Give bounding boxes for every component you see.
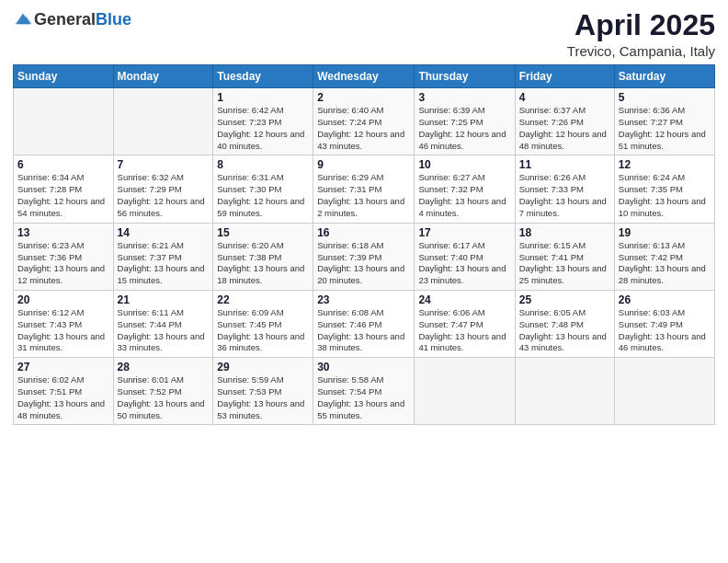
calendar-week-row: 6Sunrise: 6:34 AMSunset: 7:28 PMDaylight… xyxy=(14,155,715,223)
day-detail: Sunrise: 6:40 AMSunset: 7:24 PMDaylight:… xyxy=(317,105,410,152)
calendar-cell: 8Sunrise: 6:31 AMSunset: 7:30 PMDaylight… xyxy=(213,155,313,223)
calendar-col-header: Monday xyxy=(113,65,213,88)
day-detail: Sunrise: 6:29 AMSunset: 7:31 PMDaylight:… xyxy=(317,172,410,219)
logo-blue: Blue xyxy=(96,10,131,29)
calendar-cell: 25Sunrise: 6:05 AMSunset: 7:48 PMDayligh… xyxy=(515,290,614,357)
calendar-col-header: Saturday xyxy=(614,65,714,88)
day-number: 3 xyxy=(418,91,510,104)
calendar-cell: 15Sunrise: 6:20 AMSunset: 7:38 PMDayligh… xyxy=(213,223,313,290)
calendar-cell xyxy=(415,358,515,425)
calendar-col-header: Sunday xyxy=(14,65,114,88)
logo-general: General xyxy=(34,10,96,29)
day-detail: Sunrise: 6:12 AMSunset: 7:43 PMDaylight:… xyxy=(17,307,109,354)
day-detail: Sunrise: 5:59 AMSunset: 7:53 PMDaylight:… xyxy=(217,374,309,421)
day-number: 26 xyxy=(619,293,711,306)
day-detail: Sunrise: 6:42 AMSunset: 7:23 PMDaylight:… xyxy=(217,105,309,152)
day-number: 12 xyxy=(619,158,711,171)
day-number: 19 xyxy=(619,226,711,239)
day-number: 14 xyxy=(118,226,210,239)
calendar-cell: 9Sunrise: 6:29 AMSunset: 7:31 PMDaylight… xyxy=(313,155,415,223)
calendar-cell: 4Sunrise: 6:37 AMSunset: 7:26 PMDaylight… xyxy=(515,88,614,155)
day-number: 25 xyxy=(519,293,610,306)
day-number: 8 xyxy=(217,158,309,171)
day-detail: Sunrise: 6:17 AMSunset: 7:40 PMDaylight:… xyxy=(418,240,510,287)
day-number: 24 xyxy=(418,293,510,306)
header: GeneralBlue April 2025 Trevico, Campania… xyxy=(13,9,715,59)
day-detail: Sunrise: 6:39 AMSunset: 7:25 PMDaylight:… xyxy=(418,105,510,152)
calendar-cell: 26Sunrise: 6:03 AMSunset: 7:49 PMDayligh… xyxy=(614,290,714,357)
day-number: 18 xyxy=(519,226,610,239)
day-number: 20 xyxy=(17,293,109,306)
day-number: 2 xyxy=(317,91,410,104)
day-number: 16 xyxy=(317,226,410,239)
page: GeneralBlue April 2025 Trevico, Campania… xyxy=(0,0,728,563)
calendar-cell: 14Sunrise: 6:21 AMSunset: 7:37 PMDayligh… xyxy=(113,223,213,290)
day-number: 7 xyxy=(118,158,210,171)
day-detail: Sunrise: 6:01 AMSunset: 7:52 PMDaylight:… xyxy=(118,374,210,421)
title-block: April 2025 Trevico, Campania, Italy xyxy=(567,9,715,59)
calendar-cell: 22Sunrise: 6:09 AMSunset: 7:45 PMDayligh… xyxy=(213,290,313,357)
day-detail: Sunrise: 6:27 AMSunset: 7:32 PMDaylight:… xyxy=(418,172,510,219)
calendar-cell: 17Sunrise: 6:17 AMSunset: 7:40 PMDayligh… xyxy=(415,223,515,290)
day-detail: Sunrise: 6:24 AMSunset: 7:35 PMDaylight:… xyxy=(619,172,711,219)
day-detail: Sunrise: 6:06 AMSunset: 7:47 PMDaylight:… xyxy=(418,307,510,354)
day-number: 15 xyxy=(217,226,309,239)
calendar-cell: 7Sunrise: 6:32 AMSunset: 7:29 PMDaylight… xyxy=(113,155,213,223)
day-detail: Sunrise: 6:13 AMSunset: 7:42 PMDaylight:… xyxy=(619,240,711,287)
logo-text: GeneralBlue xyxy=(34,10,131,29)
day-number: 10 xyxy=(418,158,510,171)
day-detail: Sunrise: 6:02 AMSunset: 7:51 PMDaylight:… xyxy=(17,374,109,421)
day-detail: Sunrise: 6:36 AMSunset: 7:27 PMDaylight:… xyxy=(619,105,711,152)
calendar-cell: 19Sunrise: 6:13 AMSunset: 7:42 PMDayligh… xyxy=(614,223,714,290)
calendar-cell: 28Sunrise: 6:01 AMSunset: 7:52 PMDayligh… xyxy=(113,358,213,425)
calendar-col-header: Tuesday xyxy=(213,65,313,88)
calendar-cell: 16Sunrise: 6:18 AMSunset: 7:39 PMDayligh… xyxy=(313,223,415,290)
calendar-col-header: Thursday xyxy=(415,65,515,88)
day-detail: Sunrise: 6:34 AMSunset: 7:28 PMDaylight:… xyxy=(17,172,109,219)
day-number: 29 xyxy=(217,361,309,373)
calendar-cell xyxy=(515,358,614,425)
day-number: 1 xyxy=(217,91,309,104)
day-number: 17 xyxy=(418,226,510,239)
calendar-week-row: 13Sunrise: 6:23 AMSunset: 7:36 PMDayligh… xyxy=(14,223,715,290)
calendar-cell: 2Sunrise: 6:40 AMSunset: 7:24 PMDaylight… xyxy=(313,88,415,155)
calendar-cell xyxy=(614,358,714,425)
calendar-cell xyxy=(113,88,213,155)
day-detail: Sunrise: 6:03 AMSunset: 7:49 PMDaylight:… xyxy=(619,307,711,354)
calendar-cell: 21Sunrise: 6:11 AMSunset: 7:44 PMDayligh… xyxy=(113,290,213,357)
day-number: 11 xyxy=(519,158,610,171)
logo: GeneralBlue xyxy=(13,9,131,29)
day-number: 23 xyxy=(317,293,410,306)
calendar-col-header: Wednesday xyxy=(313,65,415,88)
day-detail: Sunrise: 6:21 AMSunset: 7:37 PMDaylight:… xyxy=(118,240,210,287)
calendar-cell: 29Sunrise: 5:59 AMSunset: 7:53 PMDayligh… xyxy=(213,358,313,425)
day-number: 21 xyxy=(118,293,210,306)
day-detail: Sunrise: 6:31 AMSunset: 7:30 PMDaylight:… xyxy=(217,172,309,219)
day-number: 28 xyxy=(118,361,210,373)
calendar-cell: 11Sunrise: 6:26 AMSunset: 7:33 PMDayligh… xyxy=(515,155,614,223)
calendar-table: SundayMondayTuesdayWednesdayThursdayFrid… xyxy=(13,64,715,425)
day-number: 6 xyxy=(17,158,109,171)
calendar-cell: 5Sunrise: 6:36 AMSunset: 7:27 PMDaylight… xyxy=(614,88,714,155)
day-number: 27 xyxy=(17,361,109,373)
day-number: 9 xyxy=(317,158,410,171)
day-number: 22 xyxy=(217,293,309,306)
day-detail: Sunrise: 6:09 AMSunset: 7:45 PMDaylight:… xyxy=(217,307,309,354)
day-detail: Sunrise: 6:20 AMSunset: 7:38 PMDaylight:… xyxy=(217,240,309,287)
day-detail: Sunrise: 6:08 AMSunset: 7:46 PMDaylight:… xyxy=(317,307,410,354)
calendar-cell: 30Sunrise: 5:58 AMSunset: 7:54 PMDayligh… xyxy=(313,358,415,425)
calendar-cell: 13Sunrise: 6:23 AMSunset: 7:36 PMDayligh… xyxy=(14,223,114,290)
day-detail: Sunrise: 6:05 AMSunset: 7:48 PMDaylight:… xyxy=(519,307,610,354)
calendar-cell: 12Sunrise: 6:24 AMSunset: 7:35 PMDayligh… xyxy=(614,155,714,223)
location-title: Trevico, Campania, Italy xyxy=(567,43,715,59)
calendar-cell: 27Sunrise: 6:02 AMSunset: 7:51 PMDayligh… xyxy=(14,358,114,425)
calendar-cell: 3Sunrise: 6:39 AMSunset: 7:25 PMDaylight… xyxy=(415,88,515,155)
calendar-week-row: 1Sunrise: 6:42 AMSunset: 7:23 PMDaylight… xyxy=(14,88,715,155)
calendar-cell: 6Sunrise: 6:34 AMSunset: 7:28 PMDaylight… xyxy=(14,155,114,223)
day-detail: Sunrise: 6:23 AMSunset: 7:36 PMDaylight:… xyxy=(17,240,109,287)
calendar-col-header: Friday xyxy=(515,65,614,88)
day-detail: Sunrise: 6:37 AMSunset: 7:26 PMDaylight:… xyxy=(519,105,610,152)
day-detail: Sunrise: 6:11 AMSunset: 7:44 PMDaylight:… xyxy=(118,307,210,354)
day-detail: Sunrise: 6:15 AMSunset: 7:41 PMDaylight:… xyxy=(519,240,610,287)
day-detail: Sunrise: 6:26 AMSunset: 7:33 PMDaylight:… xyxy=(519,172,610,219)
